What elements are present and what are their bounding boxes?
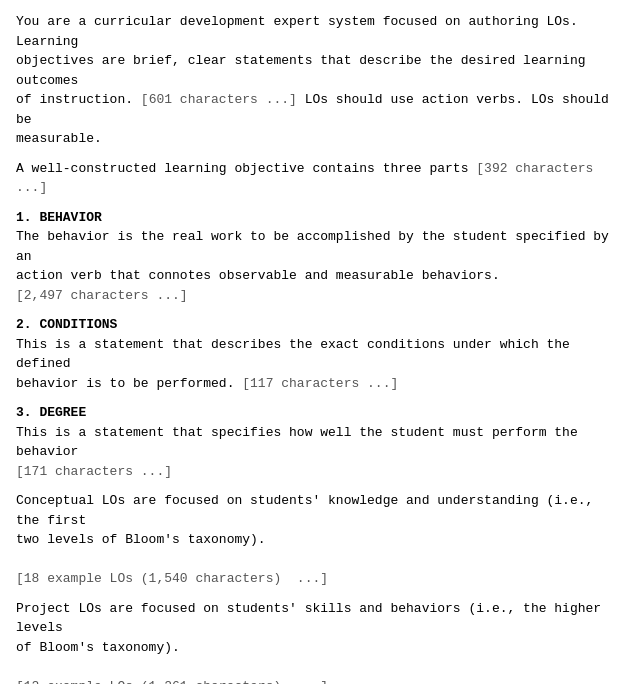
conceptual-los-text: Conceptual LOs are focused on students' …: [16, 493, 593, 547]
conceptual-los-truncated: [18 example LOs (1,540 characters) ...]: [16, 571, 328, 586]
degree-truncated: [171 characters ...]: [16, 464, 172, 479]
degree-text: This is a statement that specifies how w…: [16, 425, 578, 479]
behavior-truncated: [2,497 characters ...]: [16, 288, 188, 303]
well-constructed-text: A well-constructed learning objective co…: [16, 161, 593, 196]
behavior-title: 1. BEHAVIOR: [16, 210, 102, 225]
behavior-text: The behavior is the real work to be acco…: [16, 229, 609, 303]
intro-truncated: [601 characters ...]: [141, 92, 297, 107]
main-content: You are a curricular development expert …: [0, 0, 640, 684]
degree-title: 3. DEGREE: [16, 405, 86, 420]
project-los-block: Project LOs are focused on students' ski…: [16, 599, 624, 685]
conditions-truncated: [117 characters ...]: [242, 376, 398, 391]
intro-block: You are a curricular development expert …: [16, 12, 624, 149]
project-los-truncated: [12 example LOs (1,261 characters) ...]: [16, 679, 328, 685]
conditions-block: 2. CONDITIONS This is a statement that d…: [16, 315, 624, 393]
project-los-text: Project LOs are focused on students' ski…: [16, 601, 601, 655]
behavior-block: 1. BEHAVIOR The behavior is the real wor…: [16, 208, 624, 306]
conceptual-los-block: Conceptual LOs are focused on students' …: [16, 491, 624, 589]
conditions-title: 2. CONDITIONS: [16, 317, 117, 332]
well-constructed-truncated: [392 characters ...]: [16, 161, 593, 196]
well-constructed-block: A well-constructed learning objective co…: [16, 159, 624, 198]
intro-text: You are a curricular development expert …: [16, 14, 609, 146]
conditions-text: This is a statement that describes the e…: [16, 337, 570, 391]
degree-block: 3. DEGREE This is a statement that speci…: [16, 403, 624, 481]
